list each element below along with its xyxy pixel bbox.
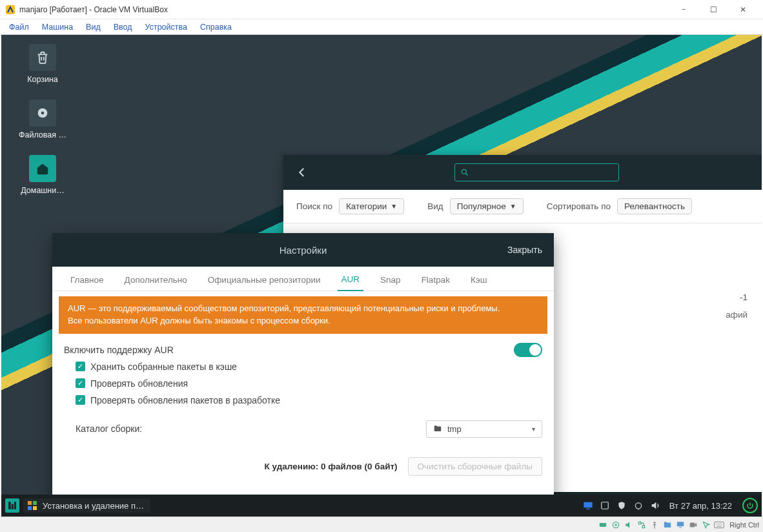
tab-flatpak[interactable]: Flatpak xyxy=(418,269,454,291)
tab-official[interactable]: Официальные репозитории xyxy=(204,269,325,291)
svg-rect-19 xyxy=(677,522,684,526)
host-minimize-button[interactable]: － xyxy=(669,0,698,19)
desktop-icon-filesystem[interactable]: Файловая … xyxy=(10,99,75,139)
to-remove-row: К удалению: 0 файлов (0 байт) Очистить с… xyxy=(52,440,554,482)
aur-warning-line2: Все пользователи AUR должны быть знакомы… xyxy=(68,315,538,327)
tab-aur[interactable]: AUR xyxy=(338,269,364,291)
system-tray: Вт 27 апр, 13:22 xyxy=(583,498,758,513)
desktop-icon-home[interactable]: Домашни… xyxy=(10,155,75,195)
checkbox-icon: ✓ xyxy=(76,395,85,405)
svg-point-15 xyxy=(613,522,618,527)
statusbar-audio-icon[interactable] xyxy=(624,520,634,530)
tab-extra[interactable]: Дополнительно xyxy=(121,269,191,291)
chevron-down-icon: ▼ xyxy=(510,203,516,210)
aur-warning-line1: AUR — это поддерживаемый сообществом реп… xyxy=(68,303,538,315)
svg-rect-14 xyxy=(600,523,607,527)
svg-rect-12 xyxy=(586,509,589,509)
settings-tabs: Главное Дополнительно Официальные репози… xyxy=(52,267,554,291)
svg-rect-8 xyxy=(33,501,37,505)
package-manager-header xyxy=(283,155,762,190)
taskbar-active-task[interactable]: Установка и удаление п… xyxy=(23,498,150,513)
guest-taskbar: Установка и удаление п… Вт 27 апр, 13:22 xyxy=(1,495,762,517)
desktop-icon-label: Файловая … xyxy=(10,130,75,139)
host-menu-help[interactable]: Справка xyxy=(195,21,237,33)
svg-point-16 xyxy=(615,524,616,525)
tray-updates-icon[interactable] xyxy=(600,500,610,511)
statusbar-usb-icon[interactable] xyxy=(649,520,660,530)
chevron-down-icon: ▼ xyxy=(391,203,397,210)
build-dir-value: tmp xyxy=(447,424,462,434)
toolbar-search-by-label: Поиск по xyxy=(296,201,332,211)
statusbar-hdd-icon[interactable] xyxy=(598,520,608,530)
host-close-button[interactable]: ✕ xyxy=(728,0,758,19)
build-dir-row: Каталог сборки: tmp ▾ xyxy=(52,409,554,440)
host-menu-devices[interactable]: Устройства xyxy=(140,21,192,33)
statusbar-keyboard-icon[interactable] xyxy=(714,520,724,530)
guest-desktop: Корзина Файловая … Домашни… xyxy=(1,35,762,517)
aur-warning-banner: AUR — это поддерживаемый сообществом реп… xyxy=(59,296,547,334)
host-maximize-button[interactable]: ☐ xyxy=(698,0,728,19)
host-menu-input[interactable]: Ввод xyxy=(108,21,137,33)
check-devel-updates[interactable]: ✓ Проверять обновления пакетов в разрабо… xyxy=(52,392,554,409)
statusbar-cd-icon[interactable] xyxy=(611,520,621,530)
host-menu-view[interactable]: Вид xyxy=(81,21,106,33)
enable-aur-switch[interactable] xyxy=(514,343,542,357)
search-by-combo[interactable]: Категории ▼ xyxy=(339,198,404,214)
sort-combo[interactable]: Релевантность xyxy=(617,198,692,214)
enable-aur-label: Включить поддержку AUR xyxy=(64,345,514,355)
svg-rect-20 xyxy=(679,527,682,527)
sort-value: Релевантность xyxy=(624,201,685,211)
desktop-icons: Корзина Файловая … Домашни… xyxy=(10,44,88,210)
taskbar-clock[interactable]: Вт 27 апр, 13:22 xyxy=(669,501,732,511)
tab-snap[interactable]: Snap xyxy=(376,269,405,291)
build-dir-combo[interactable]: tmp ▾ xyxy=(426,420,542,438)
view-combo[interactable]: Популярное ▼ xyxy=(450,198,524,214)
tray-display-icon[interactable] xyxy=(583,500,593,511)
tab-cache[interactable]: Кэш xyxy=(467,269,491,291)
check-label: Проверять обновления пакетов в разработк… xyxy=(90,395,280,405)
statusbar-display-icon[interactable] xyxy=(675,520,686,530)
host-menu-machine[interactable]: Машина xyxy=(37,21,78,33)
svg-rect-11 xyxy=(584,502,592,508)
clean-build-files-button[interactable]: Очистить сборочные файлы xyxy=(408,457,542,476)
virtualbox-logo-icon xyxy=(5,5,15,15)
settings-titlebar: Настройки Закрыть xyxy=(52,233,554,267)
host-window-titlebar: manjaro [Работает] - Oracle VM VirtualBo… xyxy=(0,0,763,19)
settings-window: Настройки Закрыть Главное Дополнительно … xyxy=(52,233,554,504)
search-input[interactable] xyxy=(474,168,613,178)
to-remove-text: К удалению: 0 файлов (0 байт) xyxy=(265,462,398,471)
svg-rect-9 xyxy=(28,506,32,510)
statusbar-shared-folder-icon[interactable] xyxy=(662,520,673,530)
statusbar-network-icon[interactable] xyxy=(636,520,647,530)
svg-rect-6 xyxy=(14,502,16,509)
svg-rect-10 xyxy=(33,506,37,510)
toolbar-view-label: Вид xyxy=(427,201,443,211)
desktop-icon-trash[interactable]: Корзина xyxy=(10,44,75,84)
desktop-icon-label: Домашни… xyxy=(10,186,75,195)
host-menu-file[interactable]: Файл xyxy=(4,21,34,33)
package-manager-icon xyxy=(27,500,37,511)
statusbar-recording-icon[interactable] xyxy=(688,520,698,530)
settings-title-text: Настройки xyxy=(280,245,327,256)
taskbar-power-button[interactable] xyxy=(742,498,758,513)
tray-volume-icon[interactable] xyxy=(650,500,660,511)
statusbar-hostkey-label: Right Ctrl xyxy=(729,521,759,529)
view-value: Популярное xyxy=(457,201,506,211)
home-folder-icon xyxy=(29,155,56,182)
back-button[interactable] xyxy=(292,163,312,182)
tray-shield-icon[interactable] xyxy=(616,500,627,511)
svg-rect-21 xyxy=(690,522,695,527)
settings-close-button[interactable]: Закрыть xyxy=(507,245,542,255)
start-menu-button[interactable] xyxy=(5,498,19,513)
tab-main[interactable]: Главное xyxy=(66,269,108,291)
svg-rect-5 xyxy=(12,504,14,509)
check-keep-packages[interactable]: ✓ Хранить собранные пакеты в кэше xyxy=(52,358,554,375)
tray-clipboard-icon[interactable] xyxy=(633,500,644,511)
check-updates[interactable]: ✓ Проверять обновления xyxy=(52,375,554,392)
folder-icon xyxy=(433,424,442,433)
check-label: Хранить собранные пакеты в кэше xyxy=(90,362,237,372)
desktop-icon-label: Корзина xyxy=(10,75,75,84)
statusbar-mouse-integration-icon[interactable] xyxy=(701,520,711,530)
svg-rect-22 xyxy=(715,522,724,527)
search-input-wrapper[interactable] xyxy=(454,163,619,181)
